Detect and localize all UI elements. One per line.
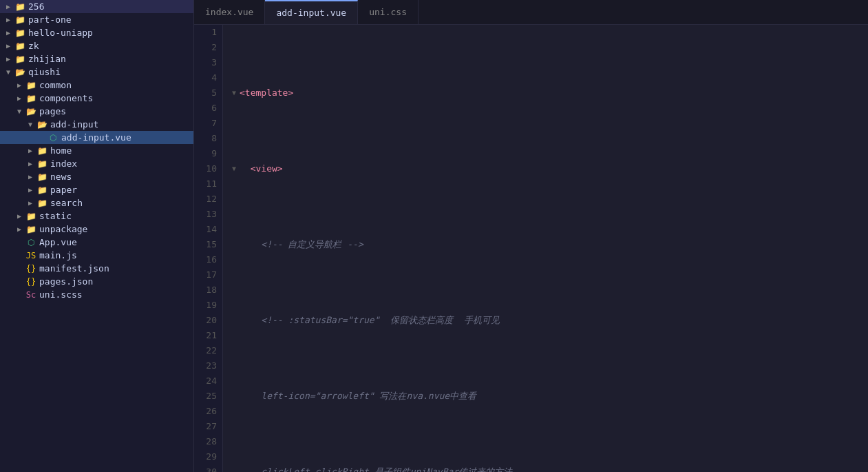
sidebar-item-home[interactable]: ▶ 📁 home bbox=[0, 144, 193, 157]
tab-label: add-input.vue bbox=[276, 8, 346, 18]
sidebar-item-add-input-vue[interactable]: ▶ ⬡ add-input.vue bbox=[0, 131, 193, 144]
sidebar-item-zk[interactable]: ▶ 📁 zk bbox=[0, 39, 193, 52]
sidebar-item-uni-scss[interactable]: ▶ Sc uni.scss bbox=[0, 288, 193, 301]
sidebar-item-unpackage[interactable]: ▶ 📁 unpackage bbox=[0, 223, 193, 236]
sidebar-item-add-input[interactable]: ▼ 📂 add-input bbox=[0, 118, 193, 131]
sidebar-item-label: 256 bbox=[28, 1, 44, 12]
sidebar-item-label: App.vue bbox=[39, 237, 77, 247]
sidebar-item-256[interactable]: ▶ 📁 256 bbox=[0, 0, 193, 13]
sidebar-item-label: zk bbox=[28, 41, 39, 51]
expand-arrow: ▶ bbox=[25, 147, 36, 154]
folder-icon: 📁 bbox=[36, 159, 48, 169]
json-file-icon: {} bbox=[25, 264, 37, 274]
folder-icon: 📁 bbox=[25, 212, 37, 221]
sidebar-item-label: zhijian bbox=[28, 54, 66, 64]
expand-arrow: ▼ bbox=[25, 121, 36, 128]
spacer bbox=[229, 237, 240, 252]
folder-open-icon: 📂 bbox=[25, 107, 37, 116]
sidebar-item-search[interactable]: ▶ 📁 search bbox=[0, 196, 193, 209]
sidebar-item-components[interactable]: ▶ 📁 components bbox=[0, 92, 193, 105]
sidebar-item-label: common bbox=[39, 80, 72, 90]
sidebar-item-app-vue[interactable]: ▶ ⬡ App.vue bbox=[0, 236, 193, 249]
sidebar-item-hello-uniapp[interactable]: ▶ 📁 hello-uniapp bbox=[0, 26, 193, 39]
sidebar-item-zhijian[interactable]: ▶ 📁 zhijian bbox=[0, 52, 193, 65]
tab-label: index.vue bbox=[205, 7, 253, 17]
expand-arrow: ▶ bbox=[3, 55, 14, 63]
code-editor[interactable]: 1 2 3 4 5 6 7 8 9 10 11 12 13 14 15 16 1… bbox=[194, 25, 868, 472]
sidebar-item-manifest-json[interactable]: ▶ {} manifest.json bbox=[0, 262, 193, 275]
folder-icon: 📁 bbox=[14, 28, 26, 38]
sidebar-item-news[interactable]: ▶ 📁 news bbox=[0, 170, 193, 183]
sidebar-item-label: uni.scss bbox=[39, 289, 83, 300]
expand-arrow: ▶ bbox=[3, 29, 14, 37]
folder-icon: 📁 bbox=[14, 15, 26, 25]
folder-icon: 📁 bbox=[36, 198, 48, 208]
spacer bbox=[229, 389, 240, 404]
expand-arrow: ▶ bbox=[14, 94, 25, 102]
fold-button[interactable]: ▼ bbox=[229, 85, 240, 101]
expand-arrow: ▶ bbox=[25, 160, 36, 167]
spacer bbox=[229, 464, 240, 472]
folder-open-icon: 📂 bbox=[14, 68, 26, 77]
sidebar-item-part-one[interactable]: ▶ 📁 part-one bbox=[0, 13, 193, 26]
sidebar-item-common[interactable]: ▶ 📁 common bbox=[0, 79, 193, 92]
expand-arrow: ▶ bbox=[14, 81, 25, 89]
sidebar-item-qiushi[interactable]: ▼ 📂 qiushi bbox=[0, 65, 193, 79]
folder-icon: 📁 bbox=[36, 172, 48, 182]
expand-arrow: ▼ bbox=[14, 107, 25, 115]
sidebar-item-label: search bbox=[50, 198, 83, 208]
code-text: clickLeft clickRight 是子组件uniNavBar传过来的方法 bbox=[240, 464, 862, 472]
expand-arrow: ▶ bbox=[25, 173, 36, 181]
sidebar-item-label: hello-uniapp bbox=[28, 28, 93, 38]
folder-icon: 📁 bbox=[36, 146, 48, 156]
sidebar-item-label: news bbox=[50, 172, 72, 182]
tab-add-input-vue[interactable]: add-input.vue bbox=[265, 0, 358, 24]
code-text: <!-- :statusBar="true" 保留状态栏高度 手机可见 bbox=[240, 313, 862, 328]
folder-icon: 📁 bbox=[36, 185, 48, 195]
sidebar-item-label: index bbox=[50, 158, 77, 169]
code-line-1: ▼ <template> bbox=[229, 85, 862, 101]
line-numbers: 1 2 3 4 5 6 7 8 9 10 11 12 13 14 15 16 1… bbox=[194, 25, 223, 472]
expand-arrow: ▶ bbox=[3, 42, 14, 50]
code-line-4: <!-- :statusBar="true" 保留状态栏高度 手机可见 bbox=[229, 313, 862, 328]
code-content[interactable]: ▼ <template> ▼ <view> <!-- 自定义导航栏 --> <!… bbox=[223, 25, 868, 472]
code-text: <view> bbox=[240, 161, 862, 176]
scss-file-icon: Sc bbox=[25, 290, 37, 300]
sidebar-item-label: add-input.vue bbox=[61, 132, 131, 143]
sidebar-item-label: pages.json bbox=[39, 276, 93, 287]
editor-tabs: index.vue add-input.vue uni.css bbox=[194, 0, 868, 25]
expand-arrow: ▶ bbox=[25, 186, 36, 194]
tab-uni-css[interactable]: uni.css bbox=[358, 0, 419, 24]
folder-open-icon: 📂 bbox=[36, 120, 48, 130]
fold-button[interactable]: ▼ bbox=[229, 161, 240, 176]
sidebar-item-main-js[interactable]: ▶ JS main.js bbox=[0, 249, 193, 262]
sidebar-item-label: pages bbox=[39, 106, 66, 116]
sidebar-item-pages[interactable]: ▼ 📂 pages bbox=[0, 105, 193, 118]
expand-arrow: ▶ bbox=[14, 212, 25, 220]
folder-icon: 📁 bbox=[25, 94, 37, 103]
code-line-3: <!-- 自定义导航栏 --> bbox=[229, 237, 862, 252]
sidebar-item-label: qiushi bbox=[28, 67, 61, 77]
sidebar-item-label: part-one bbox=[28, 14, 72, 25]
vue-file-icon: ⬡ bbox=[25, 238, 37, 247]
expand-arrow: ▶ bbox=[14, 225, 25, 233]
code-text: <!-- 自定义导航栏 --> bbox=[240, 237, 862, 252]
sidebar-item-static[interactable]: ▶ 📁 static bbox=[0, 209, 193, 223]
sidebar-item-label: static bbox=[39, 211, 72, 221]
sidebar-item-label: home bbox=[50, 145, 72, 156]
spacer bbox=[229, 313, 240, 328]
folder-icon: 📁 bbox=[14, 54, 26, 64]
expand-arrow: ▶ bbox=[3, 16, 14, 23]
expand-arrow: ▼ bbox=[3, 68, 14, 76]
code-line-2: ▼ <view> bbox=[229, 161, 862, 176]
code-line-6: clickLeft clickRight 是子组件uniNavBar传过来的方法 bbox=[229, 464, 862, 472]
tab-index-vue[interactable]: index.vue bbox=[194, 0, 265, 24]
sidebar-item-index[interactable]: ▶ 📁 index bbox=[0, 157, 193, 170]
sidebar-item-paper[interactable]: ▶ 📁 paper bbox=[0, 183, 193, 196]
folder-icon: 📁 bbox=[25, 81, 37, 90]
sidebar-item-label: paper bbox=[50, 185, 77, 195]
sidebar-item-pages-json[interactable]: ▶ {} pages.json bbox=[0, 275, 193, 288]
folder-icon: 📁 bbox=[14, 41, 26, 51]
folder-icon: 📁 bbox=[14, 2, 26, 12]
json-file-icon: {} bbox=[25, 277, 37, 287]
